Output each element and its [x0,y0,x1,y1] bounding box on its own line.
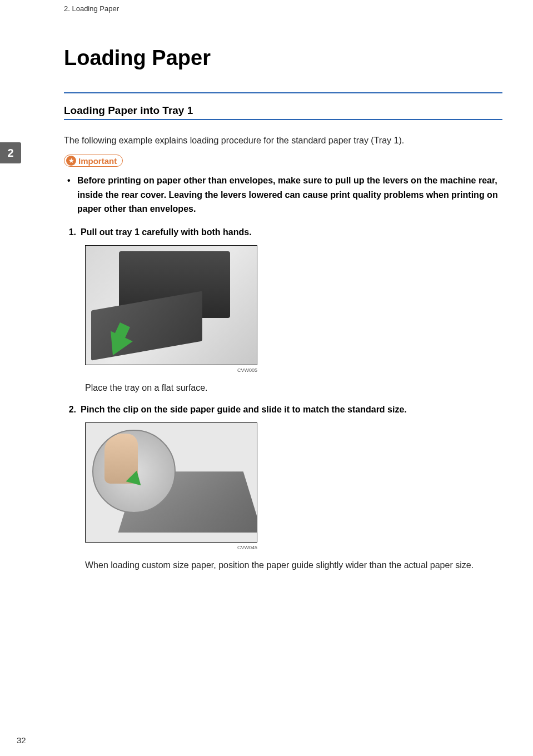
important-badge: ★ Important [64,155,123,167]
figure-2-code: CVW045 [85,545,257,550]
step-2: 2. Pinch the clip on the side paper guid… [64,405,502,573]
chapter-side-tab: 2 [0,142,21,163]
section-divider [64,119,502,120]
page-number: 32 [17,735,26,745]
section-intro: The following example explains loading p… [64,136,502,146]
chapter-header: 2. Loading Paper [0,0,533,13]
step-1-note: Place the tray on a flat surface. [85,381,502,395]
important-list: Before printing on paper other than enve… [64,173,502,216]
step-2-note: When loading custom size paper, position… [85,558,502,573]
step-1: 1. Pull out tray 1 carefully with both h… [64,227,502,395]
figure-1-image [85,245,257,365]
main-content: Loading Paper Loading Paper into Tray 1 … [0,13,533,573]
figure-2-image [85,422,257,543]
important-label: Important [78,156,117,166]
figure-1-code: CVW005 [85,367,257,373]
title-divider [64,92,502,93]
step-2-number: 2. [64,405,81,415]
step-list: 1. Pull out tray 1 carefully with both h… [64,227,502,573]
step-2-title: Pinch the clip on the side paper guide a… [81,405,502,415]
important-bullet: Before printing on paper other than enve… [77,173,502,216]
side-tab-number: 2 [7,147,13,160]
figure-1 [85,245,502,365]
section-heading: Loading Paper into Tray 1 [64,105,502,117]
star-icon: ★ [66,156,76,166]
step-1-number: 1. [64,227,81,237]
step-1-title: Pull out tray 1 carefully with both hand… [81,227,502,237]
chapter-label: 2. Loading Paper [64,4,119,13]
page-title: Loading Paper [64,46,502,70]
figure-2 [85,422,502,543]
